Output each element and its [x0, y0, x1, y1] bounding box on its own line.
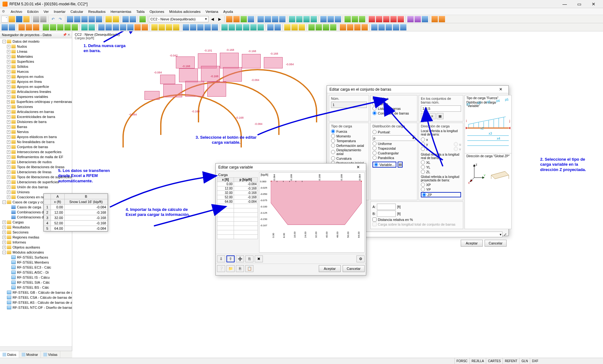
tool-icon[interactable]	[151, 24, 158, 31]
redo-icon[interactable]: ↷	[57, 16, 64, 23]
tool-icon[interactable]	[182, 24, 189, 31]
load-case-combo[interactable]: CC2 - Nieve (Desequilibrado)▾	[149, 16, 209, 22]
tool-icon[interactable]	[303, 16, 310, 23]
tool-icon[interactable]	[247, 16, 254, 23]
radio-xp[interactable]: XP	[421, 183, 461, 187]
tool-icon[interactable]	[166, 24, 172, 31]
help-icon[interactable]: ❔	[217, 265, 225, 272]
menu-tabla[interactable]: Tabla	[134, 9, 147, 14]
tool-icon[interactable]	[421, 16, 428, 23]
tool-icon[interactable]	[190, 24, 197, 31]
var-accept-button[interactable]: Aceptar	[319, 265, 341, 272]
param-b-input[interactable]	[377, 211, 396, 217]
tool-icon[interactable]	[18, 24, 25, 31]
tree-item[interactable]: +Líneas	[0, 49, 72, 54]
tree-item[interactable]: +Articulaciones en barras	[0, 109, 72, 114]
tool-icon[interactable]	[88, 16, 95, 23]
pin-icon[interactable]: 📌 ✕	[63, 33, 70, 36]
status-forsc[interactable]: FORSC	[454, 358, 470, 364]
minimize-button[interactable]: —	[558, 0, 572, 8]
close-button[interactable]: ✕	[587, 0, 600, 8]
tool-icon[interactable]	[354, 24, 361, 31]
radio-variable[interactable]: Variable...	[372, 162, 396, 168]
tool-icon[interactable]	[120, 24, 127, 31]
tool-icon[interactable]	[347, 24, 354, 31]
module-item[interactable]: RF-STEEL Surfaces	[0, 255, 72, 260]
tool-icon[interactable]	[390, 16, 397, 23]
module-item[interactable]: RF-STEEL CSA - Cálculo de barras de	[0, 295, 72, 300]
puntual-type-combo[interactable]: p▾	[372, 135, 415, 141]
tool-icon[interactable]	[173, 24, 180, 31]
export-excel-icon[interactable]: ⇩	[217, 255, 225, 262]
radio-def-axial[interactable]: Deformación axial	[331, 143, 367, 147]
radio-barras[interactable]: Barras	[372, 102, 415, 106]
tool-icon[interactable]	[105, 16, 112, 23]
tool-icon[interactable]	[291, 24, 298, 31]
dialog-close-icon[interactable]: ✕	[495, 87, 506, 92]
sets-input[interactable]	[421, 105, 461, 112]
maximize-button[interactable]: ▭	[572, 0, 586, 8]
radio-momento[interactable]: Momento	[331, 134, 367, 138]
tree-item[interactable]: +Unión de dos barras	[0, 185, 72, 190]
tool-icon[interactable]	[407, 16, 414, 23]
save-icon[interactable]	[16, 16, 23, 23]
tool-icon[interactable]	[310, 16, 317, 23]
radio-uniforme[interactable]: Uniforme	[372, 142, 415, 146]
tree-item[interactable]: +Apoyos en nudos	[0, 74, 72, 79]
radio-zp[interactable]: ZP	[421, 192, 461, 197]
tree-item[interactable]: +Refinamientos de malla de EF	[0, 154, 72, 159]
menu-insertar[interactable]: Insertar	[51, 9, 68, 14]
tool-icon[interactable]	[351, 16, 358, 23]
tool-icon[interactable]	[74, 16, 81, 23]
tool-icon[interactable]	[397, 16, 404, 23]
radio-cuadrangular[interactable]: Cuadrangular	[372, 151, 415, 155]
status-gln[interactable]: GLN	[519, 358, 530, 364]
menu-calcular[interactable]: Calcular	[68, 9, 86, 14]
tool-icon[interactable]	[95, 16, 102, 23]
status-refent[interactable]: REFENT	[503, 358, 519, 364]
comment-pick-icon[interactable]: ⤢	[504, 233, 507, 237]
tool-icon[interactable]	[376, 16, 383, 23]
tool-icon[interactable]	[327, 16, 334, 23]
tree-item[interactable]: +Liberaciones de nudos	[0, 159, 72, 164]
tree-item[interactable]: +Excentricidades de barra	[0, 114, 72, 119]
tool-icon[interactable]	[393, 24, 399, 31]
tool-icon[interactable]	[296, 16, 303, 23]
radio-curvatura[interactable]: Curvatura	[331, 156, 367, 160]
tool-icon[interactable]	[272, 16, 279, 23]
tool-icon[interactable]	[320, 16, 327, 23]
tool-icon[interactable]	[274, 24, 281, 31]
menu-modulos[interactable]: Módulos adicionales	[167, 9, 203, 14]
tree-item[interactable]: +Divisiones de barra	[0, 119, 72, 124]
nav-tab-mostrar[interactable]: Mostrar	[19, 351, 41, 358]
tool-icon[interactable]	[361, 24, 368, 31]
tree-item[interactable]: +Objetos auxiliares	[0, 245, 72, 250]
tool-icon[interactable]	[57, 24, 64, 31]
tool-icon[interactable]	[267, 24, 274, 31]
tree-item[interactable]: +Apoyos en línea	[0, 79, 72, 84]
module-item[interactable]: RF-STEEL NTC-DF - Diseño de barras	[0, 305, 72, 310]
radio-local-x[interactable]: x	[421, 137, 428, 142]
new-file-icon[interactable]	[1, 16, 8, 23]
menu-archivo[interactable]: Archivo	[8, 9, 25, 14]
radio-trapezoidal[interactable]: Trapezoidal	[372, 146, 415, 150]
tool-icon[interactable]	[221, 24, 228, 31]
big-dialog-cancel-button[interactable]: Cancelar	[485, 240, 507, 247]
tree-item[interactable]: +Conjuntos de barras	[0, 144, 72, 149]
tool-icon[interactable]	[330, 24, 337, 31]
tool-icon[interactable]	[122, 16, 129, 23]
tool-icon[interactable]	[141, 24, 148, 31]
big-dialog-accept-button[interactable]: Aceptar	[461, 240, 483, 247]
tool-icon[interactable]	[129, 16, 136, 23]
list-icon[interactable]: ≡	[429, 113, 436, 119]
tool-icon[interactable]	[226, 16, 233, 23]
tool-icon[interactable]	[315, 24, 322, 31]
tree-item[interactable]: +Nudos	[0, 44, 72, 49]
var-load-table[interactable]: Carga x [ft]p [kip/ft] 0.00-0.08412.00-0…	[217, 172, 258, 253]
new-member-load-icon[interactable]	[134, 24, 141, 31]
paste-icon[interactable]: 📋	[245, 265, 253, 272]
module-item[interactable]: RF-STEEL EC3 - Cálc	[0, 265, 72, 270]
print-preview-icon[interactable]	[40, 16, 47, 23]
gear-icon[interactable]: ⚙	[2, 9, 6, 14]
menu-opciones[interactable]: Opciones	[147, 9, 166, 14]
